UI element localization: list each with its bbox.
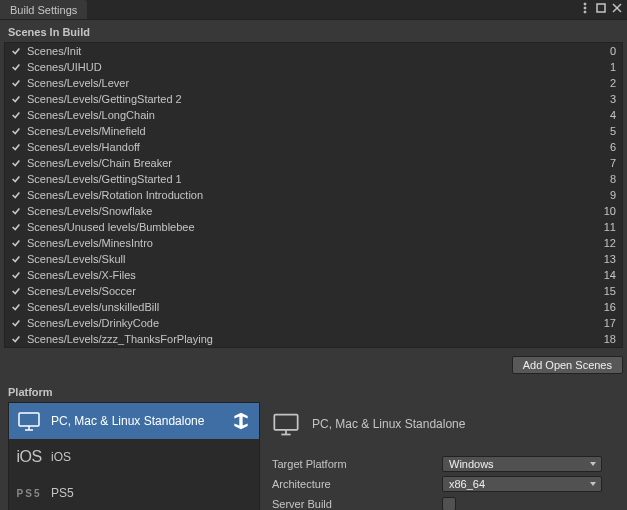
scene-path: Scenes/Levels/DrinkyCode — [27, 317, 604, 329]
close-icon[interactable] — [611, 2, 623, 17]
scene-index: 16 — [604, 301, 616, 313]
checkbox-icon[interactable] — [11, 62, 21, 72]
scene-index: 11 — [604, 221, 616, 233]
scenes-header: Scenes In Build — [0, 20, 627, 42]
details-title: PC, Mac & Linux Standalone — [312, 417, 465, 431]
scene-path: Scenes/Unused levels/Bumblebee — [27, 221, 604, 233]
platform-item-ios[interactable]: iOSiOS — [9, 439, 259, 475]
scene-row[interactable]: Scenes/Levels/Rotation Introduction9 — [5, 187, 622, 203]
scene-path: Scenes/Levels/Lever — [27, 77, 610, 89]
platform-label: PS5 — [51, 486, 74, 500]
checkbox-icon[interactable] — [11, 78, 21, 88]
checkbox-icon[interactable] — [11, 158, 21, 168]
target-platform-label: Target Platform — [272, 458, 442, 470]
titlebar: Build Settings — [0, 0, 627, 20]
checkbox-icon[interactable] — [11, 126, 21, 136]
scene-index: 8 — [610, 173, 616, 185]
checkbox-icon[interactable] — [11, 206, 21, 216]
checkbox-icon[interactable] — [11, 110, 21, 120]
scene-row[interactable]: Scenes/Init0 — [5, 43, 622, 59]
scene-index: 1 — [610, 61, 616, 73]
scene-path: Scenes/Levels/LongChain — [27, 109, 610, 121]
scene-index: 12 — [604, 237, 616, 249]
svg-rect-6 — [19, 413, 39, 426]
scene-row[interactable]: Scenes/Levels/Snowflake10 — [5, 203, 622, 219]
checkbox-icon[interactable] — [11, 286, 21, 296]
checkbox-icon[interactable] — [11, 94, 21, 104]
scene-index: 3 — [610, 93, 616, 105]
scene-path: Scenes/Levels/Skull — [27, 253, 604, 265]
scene-row[interactable]: Scenes/Levels/X-Files14 — [5, 267, 622, 283]
scene-row[interactable]: Scenes/Levels/zzz_ThanksForPlaying18 — [5, 331, 622, 347]
checkbox-icon[interactable] — [11, 334, 21, 344]
scene-path: Scenes/Levels/zzz_ThanksForPlaying — [27, 333, 604, 345]
architecture-value: x86_64 — [449, 478, 485, 490]
platform-item-monitor[interactable]: PC, Mac & Linux Standalone — [9, 403, 259, 439]
details-header: PC, Mac & Linux Standalone — [272, 402, 619, 454]
scene-row[interactable]: Scenes/Levels/GettingStarted 23 — [5, 91, 622, 107]
scene-index: 2 — [610, 77, 616, 89]
checkbox-icon[interactable] — [11, 46, 21, 56]
checkbox-icon[interactable] — [11, 222, 21, 232]
scene-row[interactable]: Scenes/Levels/Handoff6 — [5, 139, 622, 155]
scene-index: 9 — [610, 189, 616, 201]
scene-path: Scenes/Levels/Handoff — [27, 141, 610, 153]
scene-row[interactable]: Scenes/Levels/MinesIntro12 — [5, 235, 622, 251]
scene-index: 6 — [610, 141, 616, 153]
server-build-label: Server Build — [272, 498, 442, 510]
scene-path: Scenes/Levels/X-Files — [27, 269, 604, 281]
scene-row[interactable]: Scenes/Levels/LongChain4 — [5, 107, 622, 123]
scene-index: 15 — [604, 285, 616, 297]
platform-list[interactable]: PC, Mac & Linux StandaloneiOSiOSPS5PS5 — [8, 402, 260, 510]
scene-index: 10 — [604, 205, 616, 217]
target-platform-dropdown[interactable]: Windows — [442, 456, 602, 472]
window-title: Build Settings — [10, 4, 77, 16]
scene-path: Scenes/Init — [27, 45, 610, 57]
scene-path: Scenes/Levels/GettingStarted 1 — [27, 173, 610, 185]
scene-index: 18 — [604, 333, 616, 345]
checkbox-icon[interactable] — [11, 270, 21, 280]
server-build-checkbox[interactable] — [442, 497, 456, 510]
scene-path: Scenes/Levels/MinesIntro — [27, 237, 604, 249]
platform-label: PC, Mac & Linux Standalone — [51, 414, 204, 428]
scene-row[interactable]: Scenes/Levels/Minefield5 — [5, 123, 622, 139]
svg-rect-3 — [597, 4, 605, 12]
checkbox-icon[interactable] — [11, 254, 21, 264]
add-open-scenes-button[interactable]: Add Open Scenes — [512, 356, 623, 374]
scene-index: 5 — [610, 125, 616, 137]
maximize-icon[interactable] — [595, 2, 607, 17]
architecture-dropdown[interactable]: x86_64 — [442, 476, 602, 492]
checkbox-icon[interactable] — [11, 142, 21, 152]
scene-row[interactable]: Scenes/Levels/Skull13 — [5, 251, 622, 267]
scene-row[interactable]: Scenes/Levels/unskilledBill16 — [5, 299, 622, 315]
checkbox-icon[interactable] — [11, 302, 21, 312]
svg-point-2 — [584, 11, 586, 13]
scene-path: Scenes/Levels/GettingStarted 2 — [27, 93, 610, 105]
scene-row[interactable]: Scenes/Levels/Soccer15 — [5, 283, 622, 299]
scene-row[interactable]: Scenes/UIHUD1 — [5, 59, 622, 75]
architecture-row: Architecture x86_64 — [272, 474, 619, 494]
scene-index: 17 — [604, 317, 616, 329]
window-controls — [575, 0, 627, 19]
checkbox-icon[interactable] — [11, 190, 21, 200]
scene-row[interactable]: Scenes/Levels/Chain Breaker7 — [5, 155, 622, 171]
scene-index: 14 — [604, 269, 616, 281]
checkbox-icon[interactable] — [11, 238, 21, 248]
vertical-dots-icon[interactable] — [579, 2, 591, 17]
scene-index: 7 — [610, 157, 616, 169]
scenes-list[interactable]: Scenes/Init0Scenes/UIHUD1Scenes/Levels/L… — [4, 42, 623, 348]
window-tab[interactable]: Build Settings — [0, 0, 87, 19]
scene-row[interactable]: Scenes/Levels/GettingStarted 18 — [5, 171, 622, 187]
scene-index: 13 — [604, 253, 616, 265]
scene-row[interactable]: Scenes/Levels/Lever2 — [5, 75, 622, 91]
scene-row[interactable]: Scenes/Unused levels/Bumblebee11 — [5, 219, 622, 235]
platform-header: Platform — [0, 380, 627, 402]
unity-logo-icon — [231, 411, 251, 431]
checkbox-icon[interactable] — [11, 318, 21, 328]
checkbox-icon[interactable] — [11, 174, 21, 184]
scene-path: Scenes/Levels/Chain Breaker — [27, 157, 610, 169]
platform-item-ps5[interactable]: PS5PS5 — [9, 475, 259, 510]
ios-icon: iOS — [17, 445, 41, 469]
scene-row[interactable]: Scenes/Levels/DrinkyCode17 — [5, 315, 622, 331]
platform-label: iOS — [51, 450, 71, 464]
